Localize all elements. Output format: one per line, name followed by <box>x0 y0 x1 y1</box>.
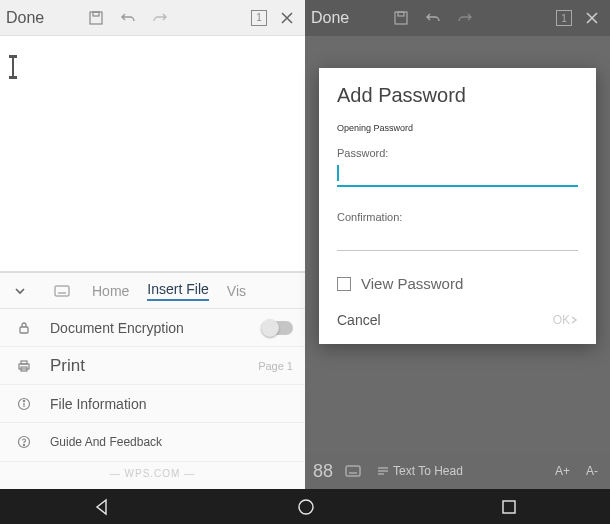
recents-button[interactable] <box>500 498 518 516</box>
home-button[interactable] <box>297 498 315 516</box>
printer-icon <box>12 354 36 378</box>
page-indicator[interactable]: 1 <box>251 10 267 26</box>
ok-button[interactable]: OK <box>553 313 578 327</box>
row-fileinfo[interactable]: File Information <box>0 385 305 423</box>
svg-point-12 <box>23 444 24 445</box>
confirm-label: Confirmation: <box>337 211 578 223</box>
svg-rect-13 <box>395 12 407 24</box>
encryption-toggle[interactable] <box>261 321 293 335</box>
view-password-label: View Password <box>361 275 463 292</box>
input-caret <box>337 165 339 181</box>
lock-icon <box>12 316 36 340</box>
svg-rect-14 <box>398 12 404 16</box>
row-label: File Information <box>50 396 293 412</box>
add-password-dialog: Add Password Opening Password Password: … <box>319 68 596 344</box>
collapse-icon[interactable] <box>8 279 32 303</box>
font-decrease-button[interactable]: A- <box>582 462 602 480</box>
help-icon <box>12 430 36 454</box>
redo-icon[interactable] <box>148 6 172 30</box>
svg-rect-2 <box>55 286 69 296</box>
save-icon[interactable] <box>84 6 108 30</box>
svg-rect-4 <box>20 327 28 333</box>
cancel-button[interactable]: Cancel <box>337 312 381 328</box>
undo-icon[interactable] <box>116 6 140 30</box>
svg-point-10 <box>23 400 24 401</box>
dialog-title: Add Password <box>337 84 578 107</box>
undo-icon[interactable] <box>421 6 445 30</box>
format-bar: 88 Text To Head A+ A- <box>305 453 610 489</box>
keyboard-icon[interactable] <box>50 279 74 303</box>
page-indicator[interactable]: 1 <box>556 10 572 26</box>
android-navbar <box>0 489 610 524</box>
row-label: Document Encryption <box>50 320 261 336</box>
redo-icon[interactable] <box>453 6 477 30</box>
font-size-value[interactable]: 88 <box>313 461 333 482</box>
print-page: Page 1 <box>258 360 293 372</box>
topbar: Done 1 <box>0 0 305 36</box>
wps-footer: — WPS.COM — <box>0 461 305 489</box>
text-to-head-button[interactable]: Text To Head <box>373 462 467 480</box>
document-canvas[interactable] <box>0 36 305 272</box>
svg-rect-21 <box>503 501 515 513</box>
bottom-panel: Home Insert File Vis Document Encryption… <box>0 272 305 489</box>
svg-rect-1 <box>93 12 99 16</box>
svg-rect-6 <box>21 361 27 364</box>
text-caret <box>12 58 14 76</box>
svg-rect-0 <box>90 12 102 24</box>
dialog-subtitle: Opening Password <box>337 123 578 133</box>
row-label: Guide And Feedback <box>50 435 293 449</box>
row-encryption[interactable]: Document Encryption <box>0 309 305 347</box>
done-button[interactable]: Done <box>6 9 44 27</box>
close-icon[interactable] <box>275 6 299 30</box>
password-input[interactable] <box>337 161 578 187</box>
confirm-input[interactable] <box>337 225 578 251</box>
row-feedback[interactable]: Guide And Feedback <box>0 423 305 461</box>
save-icon[interactable] <box>389 6 413 30</box>
tab-view[interactable]: Vis <box>227 283 246 299</box>
svg-point-20 <box>299 500 313 514</box>
done-button[interactable]: Done <box>311 9 349 27</box>
checkbox-icon[interactable] <box>337 277 351 291</box>
tab-home[interactable]: Home <box>92 283 129 299</box>
font-increase-button[interactable]: A+ <box>551 462 574 480</box>
view-password-row[interactable]: View Password <box>337 275 578 292</box>
topbar: Done 1 <box>305 0 610 36</box>
password-label: Password: <box>337 147 578 159</box>
tab-insert[interactable]: Insert File <box>147 281 208 301</box>
keyboard-icon[interactable] <box>341 459 365 483</box>
close-icon[interactable] <box>580 6 604 30</box>
row-print[interactable]: Print Page 1 <box>0 347 305 385</box>
left-screen: Done 1 <box>0 0 305 489</box>
back-button[interactable] <box>92 497 112 517</box>
right-screen: Done 1 Add Password Opening Password Pas… <box>305 0 610 489</box>
tab-row: Home Insert File Vis <box>0 273 305 309</box>
info-icon <box>12 392 36 416</box>
svg-rect-15 <box>346 466 360 476</box>
row-label: Print <box>50 356 258 376</box>
